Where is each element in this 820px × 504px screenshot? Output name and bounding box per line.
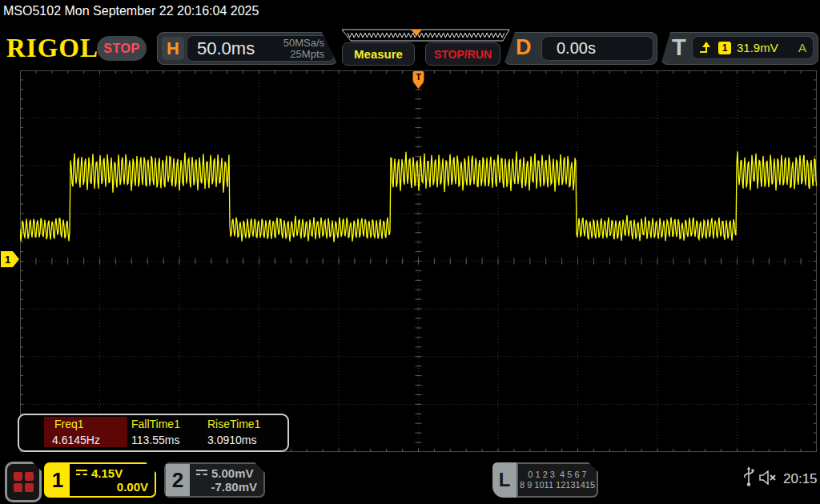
stop-run-button[interactable]: STOP/RUN bbox=[425, 42, 500, 66]
trigger-inset: 1 31.9mV A bbox=[692, 36, 814, 59]
measurement-name: FallTime1 bbox=[131, 418, 180, 430]
dc-coupling-icon bbox=[76, 470, 87, 478]
horizontal-inset: 50.0ms 50MSa/s 25Mpts bbox=[187, 35, 335, 62]
titlebar: MSO5102 Mon September 22 20:16:04 2025 bbox=[0, 0, 820, 24]
measure-button-label: Measure bbox=[354, 47, 403, 61]
horizontal-h-icon: H bbox=[162, 37, 184, 60]
measurement-name: RiseTime1 bbox=[207, 418, 260, 430]
trigger-level-value: 31.9mV bbox=[737, 41, 778, 54]
usb-icon bbox=[743, 466, 754, 487]
trigger-mode: A bbox=[798, 41, 806, 54]
ch1-ground-marker-label: 1 bbox=[5, 254, 10, 266]
memory-depth: 25Mpts bbox=[283, 49, 324, 60]
run-state-indicator[interactable]: STOP bbox=[97, 36, 147, 61]
rigol-logo: RIGOL bbox=[6, 34, 98, 63]
measurement-value: 113.55ms bbox=[131, 434, 179, 446]
measurement-value: 3.0910ms bbox=[207, 434, 256, 446]
channel-1-badge: 1 bbox=[46, 464, 70, 496]
channel-2-badge: 2 bbox=[166, 464, 190, 496]
logic-channels-block[interactable]: 0 1 2 3 4 5 6 7 8 9 1011 12131415 bbox=[517, 462, 598, 498]
delay-value: 0.00s bbox=[557, 37, 596, 60]
trigger-panel[interactable]: T 1 31.9mV A bbox=[661, 32, 818, 65]
model-and-datetime: MSO5102 Mon September 22 20:16:04 2025 bbox=[3, 4, 259, 18]
speaker-muted-icon[interactable] bbox=[759, 470, 779, 485]
measurement-results-box[interactable]: Freq1 4.6145Hz FallTime1 113.55ms RiseTi… bbox=[18, 414, 289, 452]
channel-2-values: 5.00mV -7.80mV bbox=[190, 464, 263, 496]
logic-channels-row2: 8 9 1011 12131415 bbox=[518, 480, 597, 490]
horizontal-position-preview[interactable] bbox=[341, 29, 511, 42]
stop-run-button-label: STOP/RUN bbox=[434, 48, 492, 61]
graticule: T bbox=[20, 70, 817, 452]
delay-inset: 0.00s bbox=[541, 36, 653, 61]
trigger-position-marker: T bbox=[416, 72, 421, 82]
delay-panel[interactable]: D 0.00s bbox=[504, 32, 657, 65]
channel-2-block[interactable]: 2 5.00mV -7.80mV bbox=[164, 462, 265, 498]
ch1-ground-marker[interactable]: 1 bbox=[1, 251, 19, 267]
logic-channels-row1: 0 1 2 3 4 5 6 7 bbox=[518, 470, 597, 480]
delay-d-icon: D bbox=[516, 35, 532, 60]
rising-edge-icon bbox=[699, 40, 713, 55]
channel-1-offset: 0.00V bbox=[76, 480, 148, 494]
horizontal-panel[interactable]: H 50.0ms 50MSa/s 25Mpts bbox=[157, 32, 338, 65]
timebase-value: 50.0ms bbox=[197, 36, 255, 61]
channel-1-block[interactable]: 1 4.15V 0.00V bbox=[44, 462, 156, 498]
window-layout-icon-squares bbox=[14, 472, 34, 492]
run-state-label: STOP bbox=[103, 42, 139, 56]
channel-2-scale: 5.00mV bbox=[211, 466, 254, 480]
channel-1-values: 4.15V 0.00V bbox=[70, 464, 155, 496]
measure-button[interactable]: Measure bbox=[342, 42, 415, 66]
trigger-t-icon: T bbox=[672, 34, 686, 61]
sample-rate: 50MSa/s bbox=[283, 38, 324, 49]
trigger-source-badge: 1 bbox=[718, 42, 731, 54]
acquisition-info: 50MSa/s 25Mpts bbox=[283, 38, 324, 60]
channel-1-scale: 4.15V bbox=[91, 466, 123, 480]
clock: 20:15 bbox=[783, 471, 818, 487]
window-layout-icon[interactable] bbox=[5, 462, 42, 502]
dc-coupling-icon bbox=[196, 470, 207, 478]
channel-2-offset: -7.80mV bbox=[196, 480, 257, 494]
logic-channels-badge[interactable]: L bbox=[492, 462, 517, 498]
measurement-name: Freq1 bbox=[54, 418, 84, 430]
measurement-value: 4.6145Hz bbox=[52, 434, 100, 446]
